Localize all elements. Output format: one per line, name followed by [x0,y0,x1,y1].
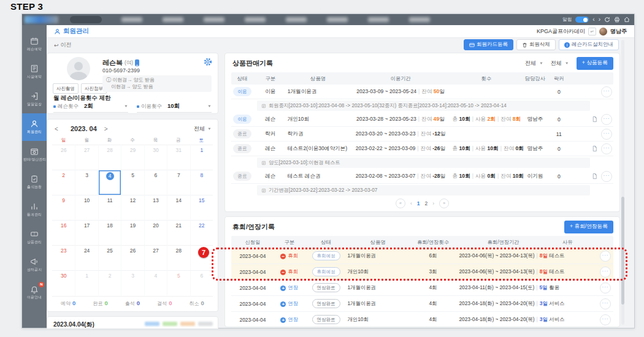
calendar-day[interactable]: 4 [144,270,167,295]
calendar-filter-select[interactable]: 전체▼ [194,125,212,133]
refresh-icon[interactable] [604,17,610,23]
lesson-card-guide-button[interactable]: i 레슨카드설치안내 [559,39,619,50]
calendar-day[interactable]: 15 [190,195,213,220]
calendar-day[interactable]: 11 [98,195,121,220]
calendar-day[interactable]: 22 [190,220,213,245]
topbar-menu-item-blurred[interactable] [327,17,348,22]
sales-filter-1[interactable]: 전체▼ [525,59,543,67]
calendar-day[interactable]: 24 [75,245,98,270]
sales-table-row[interactable]: 종료레슨테스트 레슨권2023-02-08 ~ 2023-03-07|잔여 -2… [231,169,613,184]
pause-table-row-highlighted[interactable]: 2023-04-04−휴회휴회예정개인10회3회2023-04-06(목) ~ … [231,264,613,280]
calendar-day[interactable]: 19 [121,220,144,245]
topbar-menu-item-blurred[interactable] [368,17,389,22]
calendar-next-button[interactable]: > [104,126,113,132]
calendar-day[interactable]: 5 [167,270,190,295]
sales-table-row[interactable]: 이용이용1개월이용권2023-03-09 ~ 2023-05-24|잔여 50일… [231,85,613,99]
topbar-menu-item-blurred[interactable] [286,17,307,22]
topbar-menu-item-blurred[interactable] [163,17,183,22]
calendar-day[interactable]: 1 [190,145,213,170]
pagination-nav[interactable]: » [439,199,449,208]
pagination-page-1[interactable]: 1 [417,200,420,206]
calendar-day[interactable]: 29 [121,145,144,170]
row-actions-button[interactable]: ··· [601,114,612,125]
scrollbar-thumb[interactable] [621,197,624,305]
home-icon[interactable] [624,17,630,23]
calendar-day[interactable]: 26 [121,245,144,270]
topbar-menu-item-blurred[interactable] [204,17,224,22]
document-icon[interactable] [591,173,598,180]
photo-capture-button[interactable]: 사진촬영 [53,83,79,94]
row-actions-button[interactable]: ··· [600,298,611,309]
back-link[interactable]: ↩ 이전 [54,41,72,49]
calendar-day[interactable]: 2 [52,170,75,195]
calendar-day[interactable]: 3 [75,170,98,195]
avatar[interactable] [599,28,607,36]
calendar-day[interactable]: 27 [144,245,167,270]
topbar-menu-item-blurred[interactable] [409,17,430,22]
sidebar-item-attendance[interactable]: 출석현황 [22,168,47,196]
calendar-day[interactable]: 26 [52,145,75,170]
vertical-scrollbar[interactable] [621,40,624,325]
row-actions-button[interactable]: ··· [600,267,611,278]
calendar-day[interactable]: 25 [98,245,121,270]
pause-table-row-highlighted[interactable]: 2023-04-04−휴회휴회예정1개월이용권6회2023-04-06(목) ~… [231,248,613,264]
pagination-nav[interactable]: › [432,200,434,206]
profile-photo[interactable] [67,57,90,80]
sidebar-item-facility-booking[interactable]: 시설예약 [22,58,47,86]
calendar-day[interactable]: 28 [167,245,190,270]
nav-forward-icon[interactable]: › [599,14,600,25]
row-actions-button[interactable]: ··· [600,251,611,262]
pause-table-row[interactable]: 2023-04-04+연장연장완료1개월이용권4회2023-04-11(화) ~… [231,280,613,296]
use-count-select[interactable]: 이용횟수 10회 ▼ [137,102,212,113]
pagination-page-2[interactable]: 2 [425,200,428,206]
switch-academy-icon[interactable]: ↵ [588,28,596,36]
calendar-day[interactable]: 8 [190,170,213,195]
nav-back-icon[interactable]: ‹ [592,14,594,25]
sales-filter-2[interactable]: 전체▼ [551,59,569,67]
row-actions-button[interactable]: ··· [601,86,612,97]
row-actions-button[interactable]: ··· [601,143,612,154]
calendar-day[interactable]: 7 [167,170,190,195]
pause-table-row[interactable]: 2023-04-04+연장연장완료개인10회4회2023-04-18(화) ~ … [231,312,613,328]
gear-icon[interactable] [204,58,212,66]
member-delete-button[interactable]: 회원삭제 [516,39,556,50]
row-actions-button[interactable]: ··· [601,129,612,140]
calendar-day[interactable]: 27 [75,145,98,170]
calendar-day[interactable]: 30 [144,145,167,170]
notification-toggle[interactable] [575,17,589,23]
sidebar-item-member-management[interactable]: 회원관리 [22,113,47,141]
sales-table-row[interactable]: 종료락커락카권2023-03-20 ~ 2023-03-23|잔여 -12일11… [231,127,613,142]
pause-table-row[interactable]: 2023-04-04+연장연장완료1개월이용권4회2023-04-18(화) ~… [231,296,613,312]
calendar-day[interactable]: 3 [121,270,144,295]
calendar-day[interactable]: 4 [98,170,121,195]
member-card-register-button[interactable]: 회원카드등록 [464,39,513,50]
calendar-day[interactable]: 20 [144,220,167,245]
topbar-menu-item-blurred[interactable] [245,17,266,22]
calendar-day[interactable]: 6 [190,270,213,295]
sales-table-row[interactable]: 종료레슨테스트2(이용30예약기본)2023-02-22 ~ 2023-03-0… [231,142,613,156]
calendar-day[interactable]: 18 [98,220,121,245]
calendar-day[interactable]: 14 [167,195,190,220]
calendar-prev-button[interactable]: < [55,126,63,132]
sidebar-item-products[interactable]: 상품관리 [22,224,47,251]
calendar-day[interactable]: 5 [121,170,144,195]
document-icon[interactable] [591,145,598,152]
sidebar-item-statistics[interactable]: 통계관리 [22,196,47,224]
row-actions-button[interactable]: ··· [600,282,611,293]
pagination-nav[interactable]: ‹ [410,200,412,206]
add-pause-extension-button[interactable]: + 휴회/연장등록 [564,221,613,233]
calendar-day[interactable]: 16 [52,220,75,245]
sidebar-item-notice[interactable]: 센터공지 [22,251,47,279]
calendar-day[interactable]: 12 [121,195,144,220]
sidebar-item-sales-settlement[interactable]: 판매/정산관리 [22,141,47,168]
sales-table-row[interactable]: 이용레슨개인10회2023-03-28 ~ 2023-05-23|잔여 49일총… [231,112,613,127]
sidebar-item-guide[interactable]: 이용안내N [22,279,47,306]
topbar-pill-button[interactable] [70,16,102,23]
topbar-menu-item-blurred[interactable] [121,17,142,22]
calendar-day[interactable]: 28 [98,145,121,170]
row-actions-button[interactable]: ··· [600,314,611,325]
add-product-button[interactable]: + 상품등록 [577,57,613,70]
calendar-day[interactable]: 1 [75,270,98,295]
lesson-count-select[interactable]: 레슨횟수 2회 ▼ [53,102,128,113]
calendar-day[interactable]: 17 [75,220,98,245]
